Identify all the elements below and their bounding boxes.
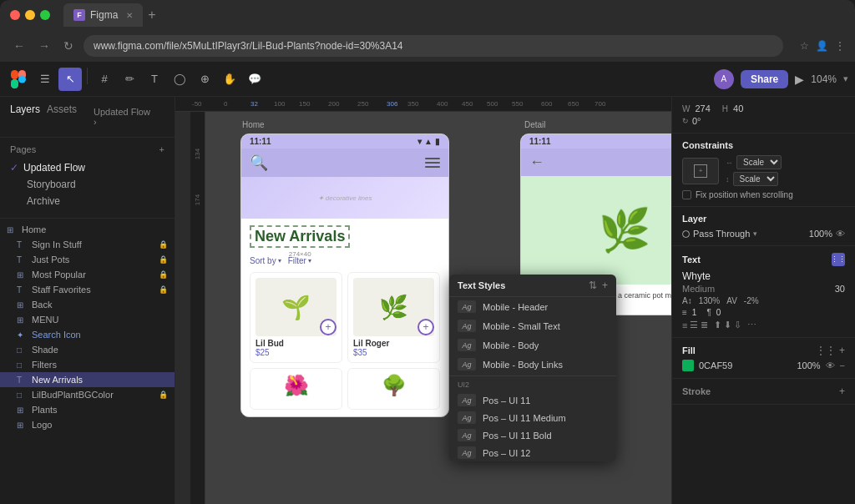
passthrough-dropdown-icon[interactable]: ▾ — [753, 229, 757, 238]
browser-tab[interactable]: F Figma ✕ — [63, 3, 143, 27]
component-tool-button[interactable]: ⊕ — [193, 68, 216, 91]
page-item-storyboard[interactable]: Storyboard — [0, 176, 175, 193]
product-card-1[interactable]: 🌿 + Lil Roger $35 — [347, 272, 440, 363]
shape-tool-button[interactable]: ◯ — [168, 68, 191, 91]
product-card-2[interactable]: 🌺 — [250, 368, 342, 410]
share-button[interactable]: Share — [741, 70, 788, 88]
maximize-button[interactable] — [40, 10, 50, 20]
layer-item-filters[interactable]: □ Filters — [0, 357, 175, 372]
text-tool-button[interactable]: T — [143, 68, 166, 91]
sort-by-button[interactable]: Sort by ▾ — [250, 256, 281, 265]
new-arrivals-selection[interactable]: New Arrivals 274×40 — [250, 225, 350, 248]
line-val[interactable]: 1 — [692, 308, 697, 317]
style-item-ui11med[interactable]: Ag Pos – UI 11 Medium — [449, 409, 616, 426]
select-tool-button[interactable]: ↖ — [58, 68, 82, 91]
layer-item-searchicon[interactable]: ✦ Search Icon — [0, 327, 175, 342]
sidebar-tab-layers[interactable]: Layers — [10, 103, 40, 130]
new-tab-button[interactable]: + — [148, 8, 155, 23]
pen-tool-button[interactable]: ✏ — [118, 68, 141, 91]
pages-add-button[interactable]: + — [159, 144, 164, 154]
layer-item-back[interactable]: ⊞ Back — [0, 297, 175, 312]
comment-tool-button[interactable]: 💬 — [243, 68, 266, 91]
canvas-area[interactable]: -50 0 32 100 150 200 250 306 350 400 450… — [175, 97, 671, 504]
layer-item-newarrivals[interactable]: T New Arrivals — [0, 372, 175, 387]
back-nav-button[interactable]: ← — [10, 38, 28, 54]
fill-add-icon[interactable]: + — [839, 345, 845, 356]
w-value[interactable]: 274 — [695, 103, 710, 113]
stroke-add-icon[interactable]: + — [839, 386, 845, 397]
add-to-cart-icon-0[interactable]: + — [320, 319, 336, 335]
h-constraint-select[interactable]: Scale — [736, 155, 782, 169]
layer-item-bgcolor[interactable]: □ LilBudPlantBGColor 🔒 — [0, 387, 175, 402]
opacity-value[interactable]: 100% — [809, 229, 832, 239]
style-item-mobile-header[interactable]: Ag Mobile - Header — [449, 297, 616, 316]
play-button[interactable]: ▶ — [795, 73, 804, 86]
layer-item-plants[interactable]: ⊞ Plants — [0, 402, 175, 417]
sidebar-breadcrumb[interactable]: Updated Flow › — [83, 103, 164, 130]
style-item-ui11bold[interactable]: Ag Pos – UI 11 Bold — [449, 426, 616, 444]
back-arrow-icon[interactable]: ← — [529, 154, 544, 170]
hamburger-menu[interactable] — [425, 158, 440, 168]
product-card-0[interactable]: 🌱 + Lil Bud $25 — [250, 272, 342, 363]
close-button[interactable] — [10, 10, 20, 20]
layer-item-mostpopular[interactable]: ⊞ Most Popular 🔒 — [0, 267, 175, 282]
valign-top-icon[interactable]: ⬆ — [714, 320, 721, 330]
profile-icon[interactable]: 👤 — [816, 40, 828, 52]
user-avatar[interactable]: A — [714, 69, 734, 89]
zoom-dropdown-icon[interactable]: ▾ — [843, 73, 848, 84]
font-weight[interactable]: Medium — [682, 284, 715, 294]
page-item-archive[interactable]: Archive — [0, 193, 175, 209]
fill-remove-icon[interactable]: − — [840, 360, 845, 370]
canvas-viewport[interactable]: 134 174 Home Detail 11:11 ▾ ▲ ▮ — [190, 112, 671, 504]
layer-item-stafffav[interactable]: T Staff Favorites 🔒 — [0, 282, 175, 297]
h-value[interactable]: 40 — [733, 103, 743, 113]
text-styles-popup[interactable]: Text Styles ⇅ + Ag Mobile - Header Ag Mo… — [449, 275, 616, 461]
zoom-level[interactable]: 104% — [811, 73, 837, 85]
angle-value[interactable]: 0° — [692, 116, 701, 126]
frame-tool-button[interactable]: # — [93, 68, 116, 91]
product-card-3[interactable]: 🌳 — [347, 368, 440, 410]
hand-tool-button[interactable]: ✋ — [218, 68, 241, 91]
passthrough-label[interactable]: Pass Through — [693, 229, 750, 239]
layer-item-menu[interactable]: ⊞ MENU — [0, 312, 175, 327]
align-right-icon[interactable]: ≣ — [701, 320, 708, 330]
layer-item-signin[interactable]: T Sign In Stuff 🔒 — [0, 237, 175, 252]
add-style-icon[interactable]: + — [602, 280, 608, 291]
reload-nav-button[interactable]: ↻ — [60, 38, 77, 54]
font-size-value[interactable]: 30 — [835, 284, 845, 294]
valign-mid-icon[interactable]: ⬇ — [724, 320, 731, 330]
style-item-ui12[interactable]: Ag Pos – UI 12 — [449, 444, 616, 461]
valign-bottom-icon[interactable]: ⇩ — [734, 320, 741, 330]
menu-dots-icon[interactable]: ⋮ — [835, 40, 845, 52]
layer-item-logo[interactable]: ⊞ Logo — [0, 417, 175, 432]
align-center-icon[interactable]: ☰ — [690, 320, 698, 330]
forward-nav-button[interactable]: → — [35, 38, 53, 54]
minimize-button[interactable] — [25, 10, 35, 20]
visibility-icon[interactable]: 👁 — [836, 229, 845, 239]
v-constraint-select[interactable]: Scale — [733, 172, 778, 186]
fill-hex-value[interactable]: 0CAF59 — [699, 360, 732, 370]
address-bar[interactable]: www.figma.com/file/x5MuLtIPlayr3r/Lil-Bu… — [83, 35, 783, 57]
text-styles-icon[interactable]: ⋮⋮ — [832, 253, 845, 266]
fill-color-swatch[interactable] — [682, 360, 694, 371]
align-left-icon[interactable]: ≡ — [682, 320, 687, 330]
more-text-options-icon[interactable]: ⋯ — [747, 320, 756, 330]
style-item-mobile-small[interactable]: Ag Mobile - Small Text — [449, 316, 616, 335]
style-item-mobile-body[interactable]: Ag Mobile - Body — [449, 335, 616, 355]
sidebar-tab-assets[interactable]: Assets — [47, 103, 77, 130]
layer-item-home[interactable]: ⊞ Home — [0, 222, 175, 237]
para-val[interactable]: 0 — [716, 308, 721, 317]
bookmark-icon[interactable]: ☆ — [800, 40, 809, 52]
search-icon[interactable]: 🔍 — [250, 154, 268, 172]
tab-close-icon[interactable]: ✕ — [126, 11, 133, 20]
sort-icon[interactable]: ⇅ — [589, 280, 597, 291]
menu-tool-button[interactable]: ☰ — [33, 68, 57, 91]
fill-visibility-icon[interactable]: 👁 — [826, 360, 835, 370]
fix-position-checkbox[interactable] — [682, 190, 691, 199]
fill-opacity-value[interactable]: 100% — [797, 360, 820, 370]
layer-item-shade[interactable]: □ Shade — [0, 342, 175, 357]
add-to-cart-icon-1[interactable]: + — [417, 319, 434, 335]
figma-logo[interactable] — [7, 68, 30, 91]
style-item-ui11[interactable]: Ag Pos – UI 11 — [449, 391, 616, 409]
layer-item-justpots[interactable]: T Just Pots 🔒 — [0, 252, 175, 267]
